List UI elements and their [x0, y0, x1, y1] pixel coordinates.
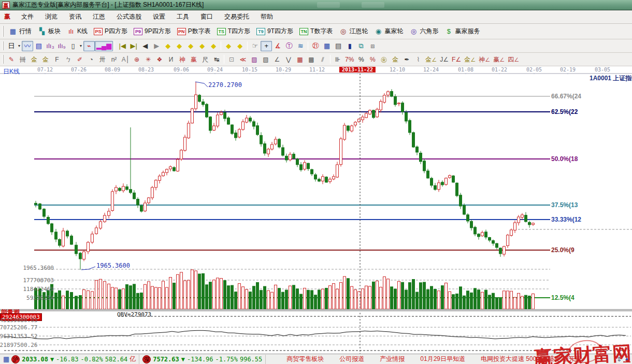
ray-fan-tool[interactable]: ≪	[237, 54, 249, 65]
t-number-table-button[interactable]: TNT数字表	[296, 25, 336, 37]
hand-pan-button[interactable]: ☞	[249, 41, 261, 51]
pane-separator[interactable]	[0, 309, 632, 311]
parallel-lines-tool[interactable]: ⫽	[317, 54, 328, 65]
calendar-button[interactable]: ㉑	[310, 41, 321, 51]
news-headline-3[interactable]: 01月29日早知道	[420, 355, 465, 363]
kline-button[interactable]: ılıK线	[64, 25, 91, 37]
box-anchor-tool[interactable]: ⊡	[226, 54, 237, 65]
toolbar-grip[interactable]	[2, 26, 4, 36]
menu-item-0[interactable]: 文件	[16, 10, 39, 23]
p-number-table-button[interactable]: PNP数字表	[174, 25, 214, 37]
gold-line-a-tool[interactable]: 金	[28, 54, 40, 65]
calculator-button[interactable]: ▦	[321, 41, 333, 51]
t-square-button[interactable]: TST四方形	[214, 25, 253, 37]
wave-overlay-tool[interactable]: ⌇	[412, 54, 424, 65]
brush-flag-tool[interactable]: ✒	[401, 54, 412, 65]
expand-v-diamond-button[interactable]: ◆	[223, 41, 234, 51]
ying-tool[interactable]: 赢	[188, 54, 199, 65]
volume-histogram-button[interactable]: ▂▄▆	[95, 41, 113, 51]
shen-angle-tool[interactable]: 神∠	[477, 54, 492, 65]
ruler-tool[interactable]: 尺	[199, 54, 211, 65]
menu-item-8[interactable]: 交易委托	[219, 10, 255, 23]
circle-cross-tool[interactable]: ⊕	[131, 54, 142, 65]
last-page-button[interactable]: ▶|	[128, 41, 139, 51]
first-page-button[interactable]: |◀	[117, 41, 128, 51]
report-doc-button[interactable]: ▤	[33, 41, 45, 51]
bars-9-button[interactable]: ılı₉	[56, 41, 67, 51]
trend-wave-button[interactable]: 〰	[22, 41, 33, 51]
bars-3-button[interactable]: ılı₃	[45, 41, 56, 51]
box-rays-tool[interactable]: ▧	[260, 54, 271, 65]
expand-h-diamond-button[interactable]: ◆	[185, 41, 196, 51]
toolbar-grip[interactable]	[2, 55, 4, 64]
comb-tool[interactable]: 卅	[97, 54, 108, 65]
news-headline-2[interactable]: 产业情报	[380, 355, 405, 363]
compress-v-diamond-button[interactable]: ◆	[234, 41, 246, 51]
notes-button[interactable]: ▤	[333, 41, 344, 51]
starburst-tool[interactable]: ✳	[142, 54, 154, 65]
sectors-button[interactable]: ▚板块	[35, 25, 64, 37]
hexagon-button[interactable]: ◎六角形	[406, 25, 441, 37]
angle-lines-tool[interactable]: ∠	[271, 54, 283, 65]
gold-line-b-tool[interactable]: 金	[40, 54, 51, 65]
crosshair-button[interactable]: +	[261, 41, 272, 51]
menu-item-3[interactable]: 江恩	[87, 10, 111, 23]
menu-item-2[interactable]: 资讯	[63, 10, 87, 23]
bow-line-tool[interactable]: ㄅ	[63, 54, 74, 65]
remote-pc-button[interactable]: ⧈	[367, 41, 378, 51]
red-brush-tool[interactable]: ✐	[74, 54, 85, 65]
network-button[interactable]: ⧉	[355, 41, 367, 51]
red-grid-tool[interactable]: ▦	[294, 54, 306, 65]
purple-box-fan-tool[interactable]: ▨	[249, 54, 260, 65]
a-line-tool[interactable]: A⎮	[120, 54, 131, 65]
save-button[interactable]: ▮	[344, 41, 355, 51]
gold-circle-tool[interactable]: ㊎	[378, 54, 390, 65]
cycle-circle-tool[interactable]: ◔	[85, 54, 97, 65]
quotes-button[interactable]: ▦行情	[6, 25, 35, 37]
news-headline-1[interactable]: 公司报道	[339, 355, 364, 363]
f-line-tool[interactable]: F	[51, 54, 63, 65]
quote-table-icon[interactable]: ▦	[3, 355, 9, 363]
9t-square-button[interactable]: T99T四方形	[253, 25, 296, 37]
price-ladder-tool[interactable]: ⊪	[332, 54, 343, 65]
ying-angle-tool[interactable]: 赢∠	[492, 54, 506, 65]
four-angle-tool[interactable]: 四∠	[506, 54, 521, 65]
angle-measure-button[interactable]: ∡	[272, 41, 283, 51]
news-headline-0[interactable]: 商贸零售板块	[286, 355, 324, 363]
menu-item-7[interactable]: 窗口	[195, 10, 219, 23]
symbol-tool-button[interactable]: Ⓣ	[283, 41, 295, 51]
winner-wheel-button[interactable]: ◉赢家轮	[371, 25, 406, 37]
grid-star-tool[interactable]: ❖	[154, 54, 165, 65]
gold-angle2-tool[interactable]: 金∠	[463, 54, 477, 65]
winner-service-button[interactable]: $赢家服务	[441, 25, 483, 37]
9p-square-button[interactable]: P99P四方形	[131, 25, 174, 37]
menu-item-1[interactable]: 浏览	[39, 10, 63, 23]
shift-right-diamond-button[interactable]: ◆	[174, 41, 185, 51]
fit-all-diamond-button[interactable]: ◆	[208, 41, 219, 51]
period-day-dropdown[interactable]: 日▾	[6, 41, 22, 51]
percent-retrace-tool[interactable]: 7%	[343, 54, 355, 65]
toolbar-grip[interactable]	[2, 41, 4, 51]
grid-box-tool[interactable]: ▩	[306, 54, 317, 65]
n-tick-tool[interactable]: И	[165, 54, 177, 65]
n-square-tool[interactable]: n²	[108, 54, 120, 65]
prev-button[interactable]: ◀	[139, 41, 151, 51]
candle-style-dropdown[interactable]: ▯▾	[67, 41, 83, 51]
percent-line-tool[interactable]: %	[367, 54, 378, 65]
gold-angle-tool[interactable]: 金∠	[424, 54, 438, 65]
p-square-button[interactable]: PSP四方形	[91, 25, 131, 37]
statusbar-quote-panel-sz[interactable]: 深 7572.63 ▼ -134.96 -1.75% 996.55	[139, 355, 266, 364]
span-arrow-tool[interactable]: ↹	[211, 54, 222, 65]
menu-item-6[interactable]: 工具	[171, 10, 195, 23]
menu-item-4[interactable]: 公式选股	[111, 10, 147, 23]
shift-left-diamond-button[interactable]: ◆	[162, 41, 174, 51]
j-angle-tool[interactable]: J∠	[438, 54, 450, 65]
statusbar-quote-panel-sh[interactable]: ▦ 沪 2033.08 ▼ -16.83 -0.82% 582.64 亿	[0, 355, 139, 364]
zigzag-tool[interactable]: ⋁	[283, 54, 294, 65]
brush-tool[interactable]: ✎	[6, 54, 17, 65]
next-button[interactable]: ▶	[151, 41, 162, 51]
curve-tool-button[interactable]: ≋	[295, 41, 306, 51]
gann-wheel-button[interactable]: ◎江恩轮	[336, 25, 371, 37]
chart-area[interactable]: 07-1207-2608-0908-2309-0609-2410-1510-29…	[0, 66, 632, 354]
f-angle-tool[interactable]: F∠	[450, 54, 463, 65]
